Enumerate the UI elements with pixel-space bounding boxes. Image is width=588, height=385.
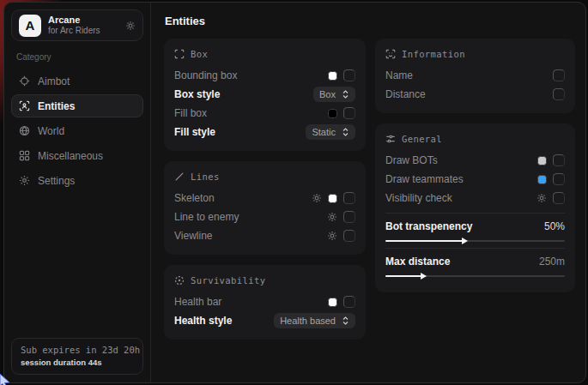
checkbox[interactable]	[343, 296, 355, 308]
color-swatch[interactable]	[328, 194, 337, 203]
sidebar-item-label: World	[38, 125, 64, 137]
color-swatch[interactable]	[328, 109, 337, 118]
checkbox[interactable]	[343, 230, 355, 242]
mouse-cursor	[0, 373, 12, 385]
brand-logo: A	[19, 15, 41, 37]
card-box: Box Bounding box Box style Box	[164, 39, 366, 151]
setting-label: Visibility check	[385, 192, 452, 204]
card-lines: Lines Skeleton Line to enemy	[164, 161, 366, 255]
card-header-label: Lines	[191, 171, 220, 182]
chevrons-up-down-icon	[342, 128, 349, 136]
sidebar-item-label: Aimbot	[38, 75, 70, 87]
entities-icon	[19, 100, 30, 111]
card-header-label: Box	[191, 49, 208, 59]
setting-label: Name	[385, 69, 413, 81]
setting-row-distance: Distance	[385, 85, 565, 104]
color-swatch[interactable]	[328, 71, 337, 81]
sidebar-item-aimbot[interactable]: Aimbot	[11, 69, 143, 93]
color-swatch[interactable]	[537, 175, 547, 184]
fill-style-dropdown[interactable]: Static	[306, 124, 355, 140]
checkbox[interactable]	[343, 107, 355, 119]
brand-card: A Arcane for Arc Riders	[11, 9, 143, 41]
setting-label: Bounding box	[174, 69, 237, 81]
sidebar-item-label: Settings	[38, 175, 75, 187]
setting-row-box-style: Box style Box	[174, 85, 355, 104]
setting-row-draw-bots: Draw BOTs	[385, 151, 565, 170]
row-settings-gear-icon[interactable]	[327, 231, 337, 241]
checkbox[interactable]	[343, 211, 355, 223]
sidebar-item-entities[interactable]: Entities	[11, 94, 143, 117]
chevrons-up-down-icon	[342, 90, 349, 99]
setting-row-bot-transpenency: Bot transpenency 50%	[385, 218, 565, 234]
divider	[385, 213, 565, 214]
sidebar-item-miscellaneous[interactable]: Miscellaneous	[11, 144, 143, 167]
setting-label: Fill box	[174, 107, 207, 119]
setting-label: Draw teammates	[385, 173, 464, 185]
row-settings-gear-icon[interactable]	[312, 193, 322, 203]
checkbox[interactable]	[553, 88, 565, 100]
sidebar-item-settings[interactable]: Settings	[11, 169, 143, 192]
setting-label: Health bar	[174, 296, 221, 308]
setting-label: Distance	[385, 88, 426, 100]
setting-label: Viewline	[174, 230, 212, 242]
box-style-dropdown[interactable]: Box	[313, 87, 355, 102]
slider-thumb[interactable]	[462, 238, 468, 244]
card-information: Information Name Distance	[375, 39, 575, 113]
card-survivability: Survivability Health bar Health style He…	[164, 265, 366, 340]
setting-row-viewline: Viewline	[174, 226, 355, 245]
setting-row-line-to-enemy: Line to enemy	[174, 208, 355, 226]
pulse-icon	[174, 275, 185, 286]
slider-thumb[interactable]	[421, 273, 427, 280]
slider-value: 250m	[539, 256, 565, 268]
dropdown-value: Health based	[280, 316, 336, 326]
sliders-icon	[385, 134, 396, 144]
crosshair-icon	[19, 75, 30, 87]
checkbox[interactable]	[553, 69, 565, 81]
category-label: Category	[16, 52, 138, 62]
checkbox[interactable]	[343, 192, 355, 204]
max-distance-slider[interactable]	[385, 275, 565, 277]
setting-row-name: Name	[385, 66, 565, 85]
bot-transpenency-slider[interactable]	[385, 240, 565, 242]
diagonal-line-icon	[174, 171, 185, 182]
card-general: General Draw BOTs Draw teammates	[375, 123, 575, 292]
setting-row-fill-box: Fill box	[174, 104, 355, 123]
dropdown-value: Static	[312, 127, 336, 137]
setting-label: Fill style	[174, 126, 215, 138]
setting-row-max-distance: Max distance 250m	[385, 253, 565, 269]
sidebar-item-world[interactable]: World	[11, 119, 143, 142]
setting-label: Box style	[174, 88, 220, 100]
health-style-dropdown[interactable]: Health based	[274, 313, 355, 328]
setting-label: Bot transpenency	[385, 220, 472, 232]
checkbox[interactable]	[553, 154, 565, 166]
card-header-label: Survivability	[191, 275, 265, 286]
checkbox[interactable]	[343, 69, 355, 81]
setting-row-visibility-check: Visibility check	[385, 189, 565, 208]
setting-label: Max distance	[385, 256, 450, 268]
setting-row-bounding-box: Bounding box	[174, 66, 355, 85]
setting-row-skeleton: Skeleton	[174, 189, 355, 208]
arcane-window: A Arcane for Arc Riders Category Aimbot	[3, 2, 586, 383]
slider-value: 50%	[544, 220, 565, 232]
globe-icon	[19, 125, 30, 136]
chevrons-up-down-icon	[342, 316, 349, 325]
page-title: Entities	[165, 15, 575, 27]
card-header-label: Information	[402, 49, 465, 59]
gear-icon[interactable]	[125, 21, 136, 31]
setting-label: Line to enemy	[174, 211, 239, 223]
gear-icon	[19, 175, 30, 186]
color-swatch[interactable]	[328, 298, 337, 307]
row-settings-gear-icon[interactable]	[327, 212, 337, 222]
checkbox[interactable]	[553, 192, 565, 204]
sidebar-item-label: Entities	[38, 100, 75, 112]
brand-name: Arcane	[48, 15, 118, 26]
grid-icon	[19, 150, 30, 161]
setting-row-health-bar: Health bar	[174, 292, 355, 311]
setting-label: Skeleton	[174, 192, 215, 204]
brand-subtitle: for Arc Riders	[48, 26, 118, 36]
row-settings-gear-icon[interactable]	[536, 193, 547, 203]
checkbox[interactable]	[553, 173, 565, 185]
setting-row-draw-teammates: Draw teammates	[385, 170, 565, 189]
color-swatch[interactable]	[537, 156, 547, 165]
setting-row-fill-style: Fill style Static	[174, 123, 355, 141]
